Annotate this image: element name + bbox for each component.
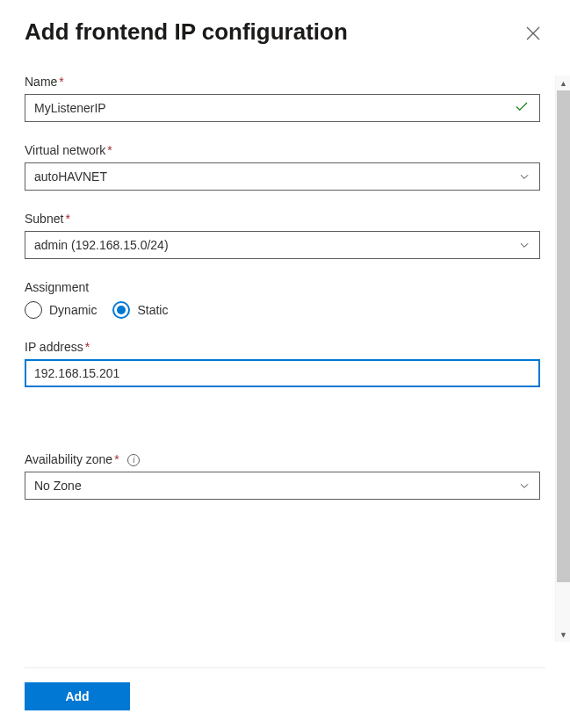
radio-unchecked-icon xyxy=(25,301,42,319)
scrollbar-thumb[interactable] xyxy=(557,90,570,582)
add-button[interactable]: Add xyxy=(25,682,130,710)
subnet-label: Subnet* xyxy=(25,212,540,226)
name-input[interactable] xyxy=(25,94,540,122)
assignment-label: Assignment xyxy=(25,280,540,294)
availability-zone-value: No Zone xyxy=(34,479,82,493)
radio-checked-icon xyxy=(112,301,130,319)
checkmark-icon xyxy=(514,99,530,118)
required-asterisk: * xyxy=(59,75,63,89)
name-label: Name* xyxy=(25,75,540,89)
close-button[interactable] xyxy=(521,21,545,48)
assignment-radio-static[interactable]: Static xyxy=(112,301,168,319)
assignment-radio-dynamic[interactable]: Dynamic xyxy=(25,301,97,319)
ip-address-input[interactable] xyxy=(25,359,540,387)
scroll-down-icon[interactable]: ▼ xyxy=(556,627,570,642)
virtual-network-value: autoHAVNET xyxy=(34,169,107,184)
ip-address-label: IP address* xyxy=(25,340,540,354)
scrollbar[interactable]: ▲ ▼ xyxy=(555,76,570,642)
close-icon xyxy=(526,30,540,43)
availability-zone-label: Availability zone* i xyxy=(25,452,540,466)
chevron-down-icon xyxy=(518,479,530,492)
availability-zone-select[interactable]: No Zone xyxy=(25,472,540,500)
info-icon[interactable]: i xyxy=(127,454,140,466)
radio-label-dynamic: Dynamic xyxy=(49,303,97,317)
page-title: Add frontend IP configuration xyxy=(25,18,348,47)
radio-label-static: Static xyxy=(137,303,168,317)
subnet-value: admin (192.168.15.0/24) xyxy=(34,238,169,252)
required-asterisk: * xyxy=(85,340,90,354)
virtual-network-select[interactable]: autoHAVNET xyxy=(25,162,540,191)
required-asterisk: * xyxy=(114,452,119,466)
chevron-down-icon xyxy=(518,239,530,251)
scroll-up-icon[interactable]: ▲ xyxy=(556,76,570,90)
chevron-down-icon xyxy=(518,170,530,183)
virtual-network-label: Virtual network* xyxy=(25,143,540,157)
subnet-select[interactable]: admin (192.168.15.0/24) xyxy=(25,231,540,259)
required-asterisk: * xyxy=(107,143,112,157)
required-asterisk: * xyxy=(65,212,69,226)
